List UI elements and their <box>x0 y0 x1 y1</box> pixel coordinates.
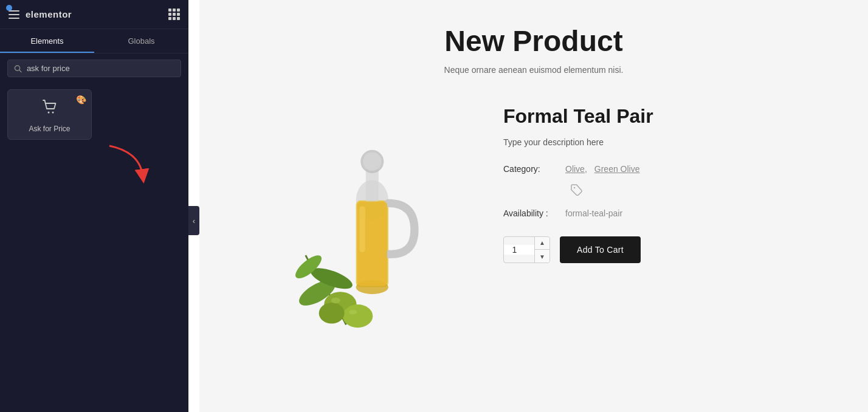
apps-grid-icon[interactable] <box>168 9 180 20</box>
sidebar-header-left: elementor <box>9 9 72 19</box>
product-name: Formal Teal Pair <box>503 105 807 128</box>
sidebar-tabs: Elements Globals <box>0 29 188 53</box>
tab-globals[interactable]: Globals <box>94 29 188 53</box>
category-link-green-olive[interactable]: Green Olive <box>594 164 640 174</box>
element-card-ask-for-price[interactable]: 🎨 Ask for Price <box>7 89 92 140</box>
svg-point-17 <box>343 304 373 328</box>
svg-point-20 <box>349 310 357 315</box>
collapse-icon: ‹ <box>193 216 195 225</box>
sidebar-collapse-handle[interactable]: ‹ <box>188 206 199 235</box>
tab-elements[interactable]: Elements <box>0 29 94 53</box>
product-description: Type your description here <box>503 137 807 147</box>
quantity-input[interactable]: ▲ ▼ <box>503 236 550 263</box>
main-content: New Product Neque ornare aenean euismod … <box>199 0 868 412</box>
elementor-logo: elementor <box>26 9 72 19</box>
svg-rect-12 <box>359 206 365 252</box>
svg-point-10 <box>363 153 381 171</box>
search-input[interactable] <box>27 64 174 73</box>
availability-row: Availability : formal-teal-pair <box>503 208 807 218</box>
search-wrapper <box>7 60 181 77</box>
quantity-controls: ▲ ▼ <box>534 236 549 263</box>
product-info: Formal Teal Pair Type your description h… <box>503 99 807 263</box>
product-image <box>260 99 467 342</box>
availability-value: formal-teal-pair <box>565 208 622 218</box>
sidebar-header: elementor <box>0 0 188 29</box>
search-container <box>0 53 188 83</box>
quantity-field[interactable] <box>504 245 534 255</box>
tag-icon-row <box>503 184 807 199</box>
elements-grid: 🎨 Ask for Price <box>0 83 188 146</box>
category-label: Category: <box>503 164 558 174</box>
element-badge: 🎨 <box>76 95 86 105</box>
svg-point-3 <box>52 112 53 114</box>
svg-point-18 <box>319 303 345 323</box>
svg-point-21 <box>574 187 575 188</box>
product-detail: Formal Teal Pair Type your description h… <box>260 99 807 342</box>
category-link-olive[interactable]: Olive, <box>565 164 587 174</box>
notification-dot <box>6 5 12 11</box>
category-row: Category: Olive, Green Olive <box>503 164 807 174</box>
search-icon <box>14 64 22 73</box>
svg-point-19 <box>331 298 340 304</box>
page-title: New Product <box>444 24 622 58</box>
availability-label: Availability : <box>503 208 558 218</box>
add-to-cart-button[interactable]: Add To Cart <box>560 236 641 263</box>
hamburger-icon[interactable] <box>9 10 19 19</box>
svg-point-2 <box>47 112 49 114</box>
page-subtitle: Neque ornare aenean euismod elementum ni… <box>444 65 624 75</box>
cart-icon <box>41 98 58 120</box>
product-illustration <box>260 99 467 342</box>
element-card-label: Ask for Price <box>29 125 70 133</box>
quantity-down-button[interactable]: ▼ <box>535 250 549 263</box>
product-image-container <box>260 99 467 342</box>
product-actions: ▲ ▼ Add To Cart <box>503 236 807 263</box>
product-meta: Category: Olive, Green Olive <box>503 164 807 218</box>
sidebar: elementor Elements Globals 🎨 <box>0 0 188 412</box>
svg-rect-8 <box>366 168 379 202</box>
quantity-up-button[interactable]: ▲ <box>535 236 549 250</box>
tag-icon <box>570 184 582 199</box>
svg-line-1 <box>19 70 21 72</box>
